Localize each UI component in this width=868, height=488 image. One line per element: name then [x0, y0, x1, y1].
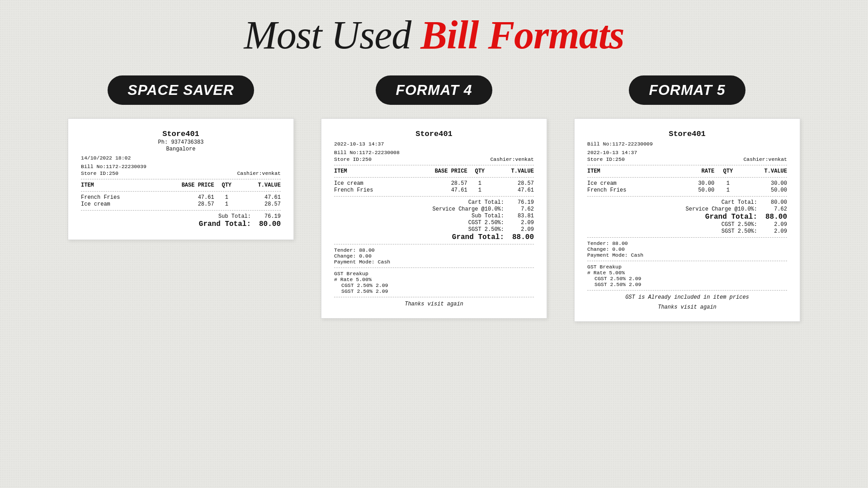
f5-payment: Payment Mode: Cash	[587, 252, 787, 258]
ss-divider1	[81, 179, 281, 179]
f4-gst: GST Breakup # Rate 5.00% CGST 2.50% 2.09…	[334, 271, 534, 294]
spacesaver-receipt: Store401 Ph: 9374736383 Bangalore 14/10/…	[68, 118, 294, 240]
f4-carttotal-value: 76.19	[511, 199, 534, 206]
f4-date: 2022-10-13 14:37	[334, 141, 534, 147]
ss-totals: Sub Total: 76.19 Grand Total: 80.00	[81, 213, 281, 228]
f4-item2-total: 47.61	[492, 187, 534, 193]
ss-city: Bangalore	[81, 146, 281, 152]
f4-payment: Payment Mode: Cash	[334, 259, 534, 265]
title-highlight: Bill Formats	[420, 13, 624, 57]
f5-cashier: Cashier:venkat	[743, 156, 787, 162]
f4-subtotal-row: Sub Total: 83.81	[334, 213, 534, 219]
page-title: Most Used Bill Formats	[244, 14, 624, 57]
f4-sgst-value: 2.09	[511, 226, 534, 233]
spacesaver-badge: SPACE SAVER	[108, 75, 254, 105]
f5-change: Change: 0.00	[587, 246, 787, 252]
ss-subtotal-label: Sub Total:	[218, 213, 251, 220]
f5-thanks: Thanks visit again	[587, 304, 787, 310]
f4-item1-price: 28.57	[417, 180, 467, 187]
f4-store: Store401	[334, 130, 534, 138]
f4-divider1	[334, 165, 534, 165]
f5-item1-price: 30.00	[678, 180, 714, 187]
ss-grandtotal-label: Grand Total:	[199, 220, 251, 228]
f4-col-item: ITEM	[334, 168, 417, 174]
f4-cgst-row: CGST 2.50%: 2.09	[334, 220, 534, 226]
f5-col-tvalue: T.VALUE	[742, 168, 787, 174]
ss-item1-total: 47.61	[239, 194, 281, 201]
f4-item1-total: 28.57	[492, 180, 534, 187]
f4-subtotal-value: 83.81	[511, 213, 534, 219]
ss-divider3	[81, 210, 281, 211]
f5-col-headers: ITEM RATE QTY T.VALUE	[587, 168, 787, 174]
ss-item1-price: 47.61	[164, 194, 214, 201]
f4-subtotal-label: Sub Total:	[472, 213, 504, 219]
f5-billno: Bill No:1172-22230009	[587, 141, 787, 147]
f5-col-rate: RATE	[678, 168, 714, 174]
f4-item1-name: Ice cream	[334, 180, 417, 187]
f4-gst-sgst: SGST 2.50% 2.09	[334, 288, 534, 294]
f5-servicecharge-row: Service Charge @10.0%: 7.62	[587, 206, 787, 212]
f4-grandtotal-row: Grand Total: 88.00	[334, 233, 534, 241]
f4-tender: Tender: 88.00	[334, 247, 534, 253]
f5-cgst-row: CGST 2.50%: 2.09	[587, 221, 787, 228]
ss-col-tvalue: T.VALUE	[239, 182, 281, 188]
f4-divider3	[334, 196, 534, 197]
ss-item1-name: French Fries	[81, 194, 164, 201]
f4-col-qty: QTY	[467, 168, 492, 174]
format5-receipt: Store401 Bill No:1172-22230009 2022-10-1…	[574, 118, 800, 322]
f5-item1-total: 30.00	[742, 180, 787, 187]
f4-grandtotal-label: Grand Total:	[452, 233, 504, 241]
f4-item2-price: 47.61	[417, 187, 467, 193]
ss-subtotal-value: 76.19	[258, 213, 281, 220]
f5-item2-name: French Fries	[587, 187, 678, 193]
f4-carttotal-label: Cart Total:	[468, 199, 504, 206]
f4-meta-row: Store ID:250 Cashier:venkat	[334, 156, 534, 162]
f5-servicecharge-value: 7.62	[764, 206, 787, 212]
f4-sgst-row: SGST 2.50%: 2.09	[334, 226, 534, 233]
ss-item2-qty: 1	[214, 201, 239, 207]
f5-item2: French Fries 50.00 1 50.00	[587, 187, 787, 193]
f5-totals: Cart Total: 80.00 Service Charge @10.0%:…	[587, 199, 787, 235]
f5-gst-cgst: CGST 2.50% 2.09	[587, 276, 787, 282]
f4-col-headers: ITEM BASE PRICE QTY T.VALUE	[334, 168, 534, 174]
f5-sgst-row: SGST 2.50%: 2.09	[587, 228, 787, 235]
f5-gst-header: GST Breakup	[587, 264, 787, 270]
f4-item2: French Fries 47.61 1 47.61	[334, 187, 534, 193]
f5-divider2	[587, 177, 787, 178]
f4-item1-qty: 1	[467, 180, 492, 187]
ss-grandtotal-row: Grand Total: 80.00	[81, 220, 281, 228]
f5-grandtotal-label: Grand Total:	[705, 213, 757, 221]
ss-col-item: ITEM	[81, 182, 164, 188]
ss-meta-row: Store ID:250 Cashier:venkat	[81, 170, 281, 176]
f5-gst-note: GST is Already included in item prices	[587, 294, 787, 300]
f5-footer: Tender: 88.00 Change: 0.00 Payment Mode:…	[587, 240, 787, 258]
format4-badge: FORMAT 4	[376, 75, 492, 105]
f4-item2-name: French Fries	[334, 187, 417, 193]
ss-col-qty: QTY	[214, 182, 239, 188]
ss-cashier: Cashier:venkat	[237, 170, 281, 176]
f5-tender: Tender: 88.00	[587, 240, 787, 246]
f5-gst-rate: # Rate 5.00%	[587, 270, 787, 276]
f5-gst: GST Breakup # Rate 5.00% CGST 2.50% 2.09…	[587, 264, 787, 287]
f5-storeid: Store ID:250	[587, 156, 625, 162]
f4-divider2	[334, 177, 534, 178]
f5-item1-name: Ice cream	[587, 180, 678, 187]
ss-phone: Ph: 9374736383	[81, 139, 281, 145]
f5-divider6	[587, 290, 787, 291]
format5-badge: FORMAT 5	[629, 75, 745, 105]
ss-item1-qty: 1	[214, 194, 239, 201]
f5-divider5	[587, 261, 787, 261]
ss-item2-name: Ice cream	[81, 201, 164, 207]
f5-item2-qty: 1	[714, 187, 741, 193]
ss-date: 14/10/2022 18:02	[81, 155, 281, 161]
f4-carttotal-row: Cart Total: 76.19	[334, 199, 534, 206]
ss-storeid: Store ID:250	[81, 170, 118, 176]
ss-subtotal-row: Sub Total: 76.19	[81, 213, 281, 220]
ss-grandtotal-value: 80.00	[258, 220, 281, 228]
f4-billno: Bill No:1172-22230008	[334, 150, 534, 155]
f5-item2-price: 50.00	[678, 187, 714, 193]
f4-grandtotal-value: 88.00	[511, 233, 534, 241]
f5-gst-sgst: SGST 2.50% 2.09	[587, 282, 787, 287]
format4-receipt: Store401 2022-10-13 14:37 Bill No:1172-2…	[321, 118, 547, 319]
f5-sgst-label: SGST 2.50%:	[722, 228, 757, 235]
